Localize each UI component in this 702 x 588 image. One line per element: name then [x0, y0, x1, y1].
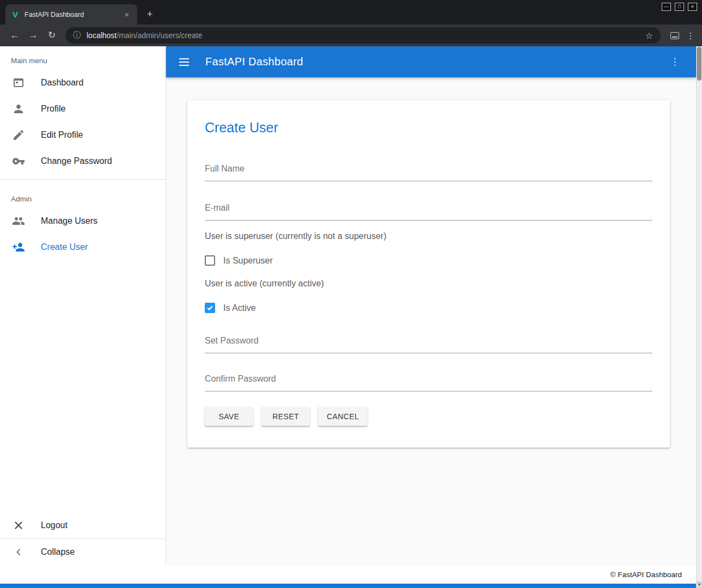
save-button[interactable]: SAVE [205, 407, 253, 426]
create-user-card: Create User User is superuser (currently… [187, 100, 670, 448]
set-password-input[interactable] [205, 336, 652, 353]
sidebar-item-dashboard[interactable]: Dashboard [0, 70, 166, 96]
sidebar: Main menu Dashboard Profile [0, 46, 166, 565]
sidebar-item-label: Create User [41, 242, 88, 252]
cancel-button[interactable]: CANCEL [318, 407, 368, 426]
active-hint: User is active (currently active) [205, 279, 652, 289]
hamburger-menu-icon[interactable] [179, 56, 192, 69]
window-controls: — □ × [662, 3, 697, 11]
page-scrollbar[interactable]: ▾ [696, 46, 702, 588]
is-superuser-label: Is Superuser [223, 256, 273, 266]
appbar-overflow-icon[interactable]: ⋮ [668, 56, 682, 68]
page: Main menu Dashboard Profile [0, 46, 696, 588]
close-icon [12, 519, 25, 532]
sidebar-item-label: Edit Profile [41, 130, 83, 140]
email-field-wrap [205, 203, 652, 220]
sidebar-item-edit-profile[interactable]: Edit Profile [0, 122, 166, 148]
main-area: FastAPI Dashboard ⋮ Create User User is … [166, 46, 696, 565]
full-name-input[interactable] [205, 164, 652, 181]
sidebar-item-label: Collapse [41, 547, 75, 557]
confirm-password-field-wrap [205, 374, 652, 391]
full-name-field-wrap [205, 164, 652, 181]
form-buttons: SAVE RESET CANCEL [205, 407, 652, 426]
sidebar-item-create-user[interactable]: Create User [0, 234, 166, 260]
back-button[interactable]: ← [7, 28, 22, 43]
sidebar-item-profile[interactable]: Profile [0, 96, 166, 122]
footer: © FastAPI Dashboard [0, 565, 696, 584]
sidebar-item-collapse[interactable]: Collapse [0, 539, 166, 565]
person-add-icon [12, 241, 25, 254]
is-active-label: Is Active [223, 303, 256, 313]
scrollbar-down-arrow[interactable]: ▾ [697, 581, 702, 588]
scrollbar-thumb[interactable] [697, 47, 701, 81]
confirm-password-input[interactable] [205, 374, 652, 391]
is-superuser-checkbox[interactable] [205, 255, 215, 266]
forward-button[interactable]: → [26, 28, 41, 43]
sidebar-item-change-password[interactable]: Change Password [0, 148, 166, 174]
superuser-hint: User is superuser (currently is not a su… [205, 231, 652, 241]
sidebar-section-main-menu: Main menu [0, 46, 166, 70]
window-minimize-button[interactable]: — [662, 3, 671, 11]
vuetify-favicon-icon: V [11, 10, 20, 19]
new-tab-button[interactable]: + [143, 7, 157, 21]
is-active-checkbox[interactable] [205, 303, 215, 313]
is-active-checkbox-row[interactable]: Is Active [205, 303, 652, 313]
footer-accent-bar [0, 584, 696, 588]
sidebar-item-label: Logout [41, 520, 68, 530]
window-maximize-button[interactable]: □ [675, 3, 684, 11]
appbar-title: FastAPI Dashboard [205, 56, 668, 68]
browser-panel-icon[interactable] [670, 32, 679, 39]
sidebar-item-logout[interactable]: Logout [0, 512, 166, 538]
site-info-icon[interactable]: ⓘ [73, 30, 81, 40]
sidebar-divider [0, 179, 166, 180]
browser-window: V FastAPI Dashboard × + — □ × ← → ↻ ⓘ lo… [0, 0, 702, 588]
url-host: localhost [87, 31, 117, 40]
people-icon [12, 215, 25, 228]
sidebar-item-label: Dashboard [41, 78, 83, 88]
url-path: /main/admin/users/create [117, 31, 202, 40]
page-title: Create User [205, 120, 652, 136]
person-icon [12, 102, 25, 115]
browser-toolbar: ← → ↻ ⓘ localhost /main/admin/users/crea… [0, 24, 702, 46]
sidebar-item-label: Change Password [41, 156, 112, 166]
sidebar-spacer [0, 260, 166, 512]
sidebar-item-manage-users[interactable]: Manage Users [0, 208, 166, 234]
tab-close-icon[interactable]: × [122, 10, 132, 19]
browser-titlebar: V FastAPI Dashboard × + — □ × [0, 0, 702, 24]
content-area: Create User User is superuser (currently… [166, 77, 696, 565]
dashboard-icon [12, 76, 25, 89]
sidebar-item-label: Manage Users [41, 216, 97, 226]
sidebar-section-admin: Admin [0, 185, 166, 208]
chevron-left-icon [12, 546, 25, 559]
bookmark-star-icon[interactable]: ☆ [645, 30, 653, 41]
footer-copyright: © FastAPI Dashboard [610, 571, 682, 579]
set-password-field-wrap [205, 336, 652, 353]
key-icon [12, 155, 25, 168]
is-superuser-checkbox-row[interactable]: Is Superuser [205, 255, 652, 266]
app-bar: FastAPI Dashboard ⋮ [166, 46, 696, 77]
pencil-icon [12, 128, 25, 142]
window-close-button[interactable]: × [688, 3, 697, 11]
sidebar-item-label: Profile [41, 104, 65, 114]
tab-title: FastAPI Dashboard [25, 11, 122, 19]
reload-button[interactable]: ↻ [44, 28, 59, 43]
browser-menu-icon[interactable]: ⋮ [685, 30, 697, 41]
browser-tab[interactable]: V FastAPI Dashboard × [5, 4, 137, 24]
address-bar[interactable]: ⓘ localhost /main/admin/users/create ☆ [65, 27, 661, 44]
reset-button[interactable]: RESET [261, 407, 310, 426]
email-input[interactable] [205, 203, 652, 220]
